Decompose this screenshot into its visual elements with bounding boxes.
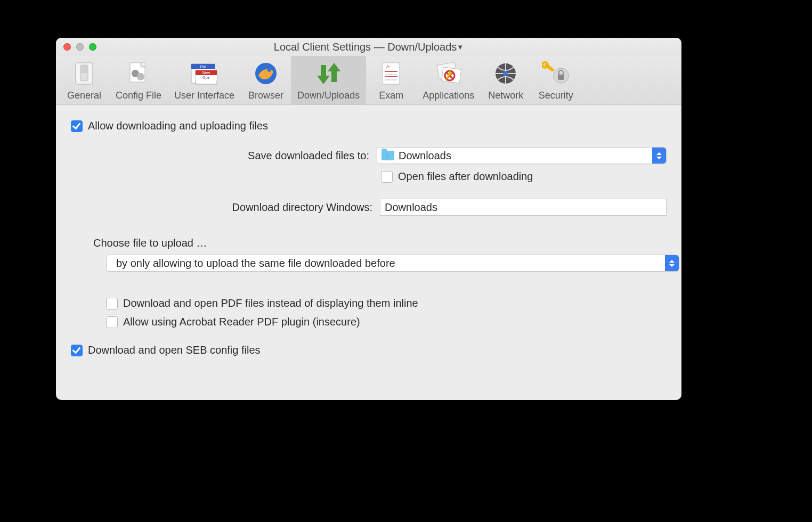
allow-down-up-checkbox[interactable] bbox=[71, 120, 83, 132]
svg-point-33 bbox=[503, 71, 508, 76]
svg-rect-21 bbox=[383, 63, 400, 84]
title-dropdown-icon: ▼ bbox=[457, 43, 464, 51]
tab-user-interface[interactable]: File New Ope User Interface bbox=[168, 56, 241, 104]
pdf-inline-label: Download and open PDF files instead of d… bbox=[123, 297, 418, 309]
tab-user-interface-label: User Interface bbox=[174, 90, 234, 101]
downloads-folder-icon bbox=[381, 151, 394, 160]
popup-arrows-icon bbox=[665, 255, 679, 271]
toolbar: General Config File File bbox=[56, 56, 681, 105]
choose-upload-popup[interactable]: by only allowing to upload the same file… bbox=[106, 255, 679, 272]
tab-applications-label: Applications bbox=[423, 90, 474, 101]
tab-config-file[interactable]: Config File bbox=[109, 56, 168, 104]
seamonkey-icon bbox=[251, 59, 280, 88]
svg-marker-20 bbox=[328, 63, 340, 71]
save-to-value: Downloads bbox=[399, 150, 451, 162]
seb-config-checkbox[interactable] bbox=[71, 345, 83, 356]
window-controls bbox=[63, 43, 96, 51]
svg-text:A-: A- bbox=[386, 64, 391, 69]
tab-browser-label: Browser bbox=[248, 90, 283, 101]
acrobat-plugin-label: Allow using Acrobat Reader PDF plugin (i… bbox=[123, 316, 360, 328]
tab-security-label: Security bbox=[539, 90, 573, 101]
tab-network-label: Network bbox=[488, 90, 523, 101]
popup-arrows-icon bbox=[652, 148, 666, 164]
minimize-button[interactable] bbox=[76, 43, 84, 51]
svg-rect-2 bbox=[80, 65, 88, 73]
network-globe-icon bbox=[491, 59, 520, 88]
key-lock-icon bbox=[541, 59, 570, 88]
close-button[interactable] bbox=[63, 43, 71, 51]
window-title-section: Down/Uploads bbox=[387, 41, 457, 53]
choose-upload-label: Choose file to upload … bbox=[93, 237, 667, 249]
content-pane: Allow downloading and uploading files Sa… bbox=[56, 105, 681, 379]
tab-general-label: General bbox=[67, 90, 101, 101]
maximize-button[interactable] bbox=[89, 43, 96, 51]
svg-rect-17 bbox=[321, 65, 326, 77]
config-file-icon bbox=[124, 59, 153, 88]
open-after-download-label: Open files after downloading bbox=[398, 170, 533, 183]
seb-config-label: Download and open SEB config files bbox=[88, 344, 261, 356]
win-dir-value: Downloads bbox=[385, 201, 437, 214]
pdf-inline-checkbox[interactable] bbox=[106, 298, 118, 309]
svg-text:Ope: Ope bbox=[202, 76, 209, 80]
settings-window: Local Client Settings — Down/Uploads▼ Ge… bbox=[56, 38, 681, 400]
win-dir-label: Download directory Windows: bbox=[71, 201, 380, 214]
svg-rect-19 bbox=[331, 70, 337, 82]
save-to-popup[interactable]: Downloads bbox=[377, 147, 667, 164]
titlebar: Local Client Settings — Down/Uploads▼ bbox=[56, 38, 681, 56]
svg-marker-18 bbox=[317, 76, 330, 84]
svg-text:File: File bbox=[200, 65, 206, 69]
tab-exam-label: Exam bbox=[379, 90, 403, 101]
tab-applications[interactable]: Applications bbox=[416, 56, 481, 104]
down-up-arrows-icon bbox=[314, 59, 343, 88]
ui-window-icon: File New Ope bbox=[190, 59, 219, 88]
tab-network[interactable]: Network bbox=[481, 56, 531, 104]
win-dir-field[interactable]: Downloads bbox=[380, 199, 667, 216]
svg-point-6 bbox=[137, 73, 144, 80]
window-title-main: Local Client Settings bbox=[274, 41, 371, 53]
tab-down-uploads-label: Down/Uploads bbox=[297, 90, 360, 101]
save-to-label: Save downloaded files to: bbox=[71, 150, 377, 162]
tab-security[interactable]: Security bbox=[531, 56, 581, 104]
tab-down-uploads[interactable]: Down/Uploads bbox=[291, 56, 366, 104]
allow-down-up-label: Allow downloading and uploading files bbox=[88, 120, 268, 132]
open-after-download-checkbox[interactable] bbox=[381, 171, 393, 183]
acrobat-plugin-checkbox[interactable] bbox=[106, 316, 118, 328]
svg-point-16 bbox=[267, 69, 271, 72]
choose-upload-value: by only allowing to upload the same file… bbox=[111, 257, 395, 270]
tab-exam[interactable]: A- Exam bbox=[366, 56, 416, 104]
tab-config-file-label: Config File bbox=[116, 90, 161, 101]
tab-general[interactable]: General bbox=[59, 56, 109, 104]
exam-sheet-icon: A- bbox=[377, 59, 405, 88]
window-title[interactable]: Local Client Settings — Down/Uploads▼ bbox=[56, 41, 681, 53]
toggle-switch-icon bbox=[70, 59, 99, 88]
svg-rect-35 bbox=[558, 75, 564, 80]
svg-text:New: New bbox=[202, 71, 210, 75]
tab-browser[interactable]: Browser bbox=[241, 56, 291, 104]
applications-icon bbox=[434, 59, 463, 88]
